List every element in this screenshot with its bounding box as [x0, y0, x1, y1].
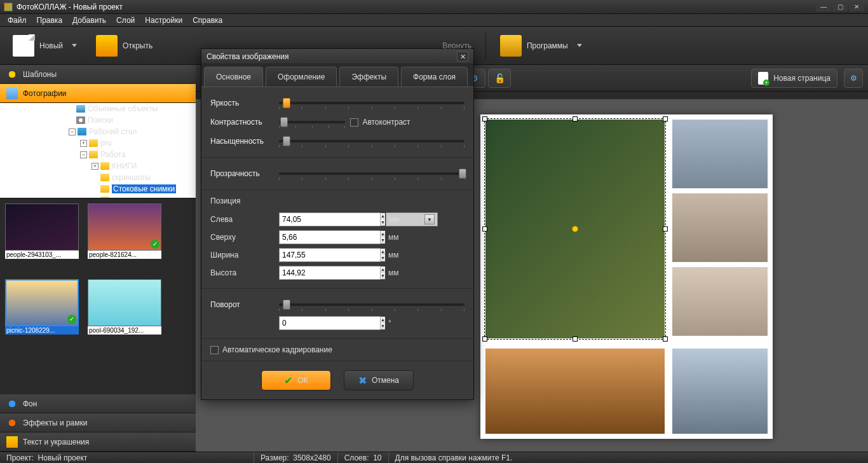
- photo-icon: [6, 88, 18, 99]
- minimize-button[interactable]: —: [816, 3, 831, 11]
- collapse-icon[interactable]: −: [80, 151, 87, 158]
- resize-handle[interactable]: [482, 116, 487, 121]
- tab-main[interactable]: Основное: [204, 67, 263, 86]
- new-page-button[interactable]: Новая страница: [751, 69, 837, 88]
- collage-image[interactable]: [672, 120, 768, 188]
- dialog-close-button[interactable]: ✕: [457, 52, 468, 62]
- thumbnail[interactable]: pool-690034_192...: [88, 279, 161, 346]
- unit-label: мм: [388, 268, 399, 277]
- tree-item[interactable]: −Рабочий стол: [0, 126, 196, 137]
- resize-handle[interactable]: [663, 226, 668, 232]
- resize-handle[interactable]: [482, 226, 487, 232]
- menu-file[interactable]: Файл: [3, 15, 32, 26]
- left-input[interactable]: ▲▼: [279, 212, 381, 226]
- top-label: Сверху: [210, 233, 274, 242]
- autocrop-checkbox[interactable]: Автоматическое кадрирование: [210, 345, 465, 354]
- programs-button[interactable]: Программы: [492, 31, 590, 60]
- tree-item[interactable]: Объемные объекты: [0, 103, 196, 114]
- expand-icon[interactable]: +: [80, 140, 87, 147]
- height-input[interactable]: ▲▼: [279, 266, 381, 280]
- menu-add[interactable]: Добавить: [67, 15, 111, 26]
- collage-page[interactable]: [480, 114, 773, 439]
- category-label: Шаблоны: [23, 70, 57, 79]
- tree-item[interactable]: скриншоты: [0, 172, 196, 183]
- tab-layer-shape[interactable]: Форма слоя: [401, 67, 468, 86]
- category-text[interactable]: Текст и украшения: [0, 432, 196, 452]
- thumbnail-grid[interactable]: people-2943103_... ✓people-821624... ✓pi…: [0, 198, 196, 351]
- thumbnail[interactable]: people-2943103_...: [5, 204, 79, 270]
- expand-icon[interactable]: +: [92, 163, 98, 170]
- status-project: Проект: Новый проект: [0, 452, 254, 463]
- angle-input[interactable]: ▲▼: [279, 316, 381, 330]
- resize-handle[interactable]: [482, 336, 487, 342]
- menu-settings[interactable]: Настройки: [140, 15, 187, 26]
- new-button[interactable]: Новый: [5, 31, 85, 60]
- app-icon: [4, 3, 13, 11]
- status-layers: Слоев: 10: [338, 452, 389, 463]
- close-button[interactable]: ✕: [849, 3, 864, 11]
- tab-decoration[interactable]: Оформление: [266, 67, 337, 86]
- rotate-handle[interactable]: [572, 226, 578, 232]
- object-icon: [76, 105, 85, 113]
- brightness-slider[interactable]: [279, 102, 465, 104]
- resize-handle[interactable]: [663, 336, 668, 342]
- title-bar: ФотоКОЛЛАЖ - Новый проект — ▢ ✕: [0, 0, 868, 14]
- menu-edit[interactable]: Правка: [32, 15, 68, 26]
- category-photos[interactable]: Фотографии: [0, 84, 196, 103]
- autocontrast-checkbox[interactable]: Автоконтраст: [350, 118, 410, 127]
- dialog-body: Яркость Контрастность Автоконтраст Насыщ…: [201, 86, 473, 399]
- saturation-label: Насыщенность: [210, 137, 274, 146]
- tree-item-selected[interactable]: Стоковые снимки: [0, 183, 196, 195]
- resize-handle[interactable]: [573, 336, 578, 342]
- dialog-titlebar[interactable]: Свойства изображения ✕: [201, 49, 473, 64]
- top-input[interactable]: ▲▼: [279, 230, 381, 244]
- folder-tree[interactable]: Объемные объекты Поиски −Рабочий стол +p…: [0, 103, 196, 198]
- saturation-slider[interactable]: [279, 140, 465, 142]
- resize-handle[interactable]: [573, 116, 578, 121]
- cancel-button[interactable]: ✖Отмена: [344, 370, 414, 390]
- folder-icon: [100, 185, 109, 193]
- star-icon: [6, 69, 18, 80]
- text-icon: [6, 436, 18, 448]
- category-effects[interactable]: Эффекты и рамки: [0, 413, 196, 432]
- programs-label: Программы: [527, 41, 568, 50]
- category-templates[interactable]: Шаблоны: [0, 65, 196, 84]
- dialog-tabs: Основное Оформление Эффекты Форма слоя: [201, 64, 473, 86]
- tree-item[interactable]: −Работа: [0, 149, 196, 160]
- collage-image[interactable]: [672, 267, 768, 336]
- rotation-label: Поворот: [210, 300, 274, 309]
- selection-box[interactable]: [484, 118, 666, 340]
- thumbnail-selected[interactable]: ✓picnic-1208229...: [5, 279, 79, 346]
- thumbnail[interactable]: ✓people-821624...: [88, 204, 161, 270]
- opacity-slider[interactable]: [279, 172, 465, 175]
- collage-image[interactable]: [672, 193, 768, 262]
- width-input[interactable]: ▲▼: [279, 248, 381, 262]
- brightness-label: Яркость: [210, 99, 274, 107]
- maximize-button[interactable]: ▢: [832, 3, 848, 11]
- collage-image[interactable]: [485, 349, 665, 434]
- collage-image[interactable]: [672, 349, 768, 434]
- left-panel: Шаблоны Фотографии Объемные объекты Поис…: [0, 65, 196, 452]
- rotation-slider[interactable]: [279, 303, 465, 306]
- menu-help[interactable]: Справка: [187, 15, 227, 26]
- new-page-label: Новая страница: [773, 74, 831, 83]
- lock-button[interactable]: 🔓: [488, 69, 511, 88]
- ok-button[interactable]: ✔ОК: [261, 370, 331, 390]
- folder-icon: [89, 139, 98, 147]
- dialog-title: Свойства изображения: [207, 52, 457, 61]
- resize-handle[interactable]: [663, 116, 668, 121]
- category-background[interactable]: Фон: [0, 394, 196, 413]
- tree-item[interactable]: Поиски: [0, 114, 196, 126]
- tree-item[interactable]: +КНИГИ: [0, 160, 196, 172]
- unit-dropdown[interactable]: мм▼: [386, 212, 438, 226]
- tab-effects[interactable]: Эффекты: [339, 67, 398, 86]
- tree-item[interactable]: +pro: [0, 137, 196, 149]
- contrast-label: Контрастность: [210, 118, 274, 127]
- open-button[interactable]: Открыть: [88, 31, 160, 60]
- contrast-slider[interactable]: [279, 121, 345, 123]
- checkbox-icon: [210, 346, 219, 354]
- folder-icon: [96, 35, 118, 57]
- collapse-icon[interactable]: −: [69, 128, 76, 135]
- menu-layer[interactable]: Слой: [111, 15, 140, 26]
- page-settings-button[interactable]: ⚙: [844, 69, 863, 88]
